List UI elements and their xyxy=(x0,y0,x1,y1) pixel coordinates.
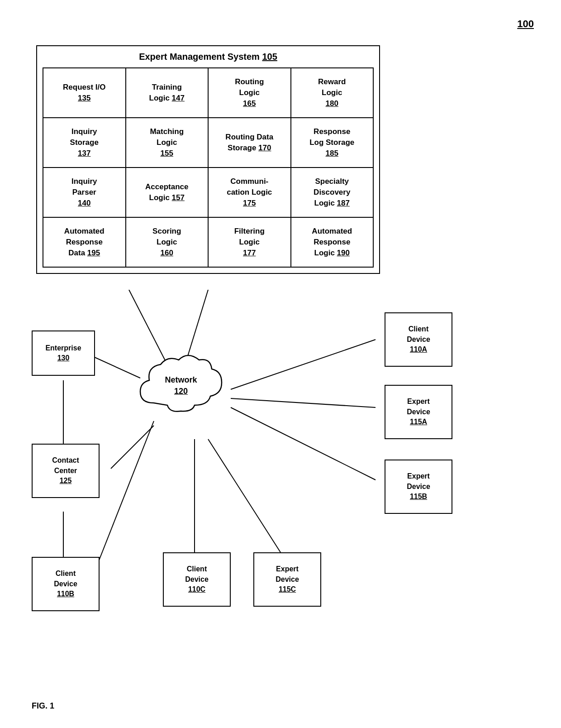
svg-line-4 xyxy=(111,426,154,469)
svg-line-6 xyxy=(231,340,376,389)
client-device-110a-box: ClientDevice110A xyxy=(385,312,452,367)
ems-cell-specialty-discovery: SpecialtyDiscoveryLogic 187 xyxy=(291,168,374,218)
ems-cell-filtering-logic: FilteringLogic177 xyxy=(209,218,291,268)
page-number: 100 xyxy=(517,18,534,30)
ems-cell-inquiry-storage: InquiryStorage137 xyxy=(43,118,126,168)
ems-cell-routing-data-storage: Routing DataStorage 170 xyxy=(209,118,291,168)
ems-cell-training-logic: TrainingLogic 147 xyxy=(126,68,209,118)
network-cloud: Network120 xyxy=(136,353,226,418)
client-device-110b-box: ClientDevice110B xyxy=(32,557,100,611)
ems-cell-matching-logic: MatchingLogic155 xyxy=(126,118,209,168)
ems-cell-routing-logic: RoutingLogic165 xyxy=(209,68,291,118)
ems-title-label: Expert Management System xyxy=(139,52,262,62)
expert-device-115c-box: ExpertDevice115C xyxy=(253,552,321,607)
svg-line-8 xyxy=(231,407,376,480)
svg-line-10 xyxy=(208,439,280,552)
svg-line-11 xyxy=(95,421,154,570)
expert-device-115b-box: ExpertDevice115B xyxy=(385,460,452,514)
fig-label: FIG. 1 xyxy=(32,701,54,711)
svg-line-2 xyxy=(90,355,140,378)
diagram-area: Enterprise130 ContactCenter125 ClientDev… xyxy=(0,290,561,724)
client-device-110c-box: ClientDevice110C xyxy=(163,552,231,607)
ems-cell-automated-response-data: AutomatedResponseData 195 xyxy=(43,218,126,268)
ems-grid: Request I/O135 TrainingLogic 147 Routing… xyxy=(43,67,374,268)
ems-cell-acceptance-logic: AcceptanceLogic 157 xyxy=(126,168,209,218)
ems-container: Expert Management System 105 Request I/O… xyxy=(36,45,380,274)
ems-cell-response-log-storage: ResponseLog Storage185 xyxy=(291,118,374,168)
ems-title: Expert Management System 105 xyxy=(43,52,374,62)
ems-cell-automated-response-logic: AutomatedResponseLogic 190 xyxy=(291,218,374,268)
cloud-svg xyxy=(136,353,226,417)
ems-cell-inquiry-parser: InquiryParser140 xyxy=(43,168,126,218)
ems-title-num: 105 xyxy=(262,52,277,62)
ems-cell-reward-logic: RewardLogic180 xyxy=(291,68,374,118)
contact-center-box: ContactCenter125 xyxy=(32,444,100,498)
ems-cell-request-io: Request I/O135 xyxy=(43,68,126,118)
svg-line-7 xyxy=(231,398,376,407)
expert-device-115a-box: ExpertDevice115A xyxy=(385,385,452,439)
enterprise-box: Enterprise130 xyxy=(32,330,95,376)
ems-cell-communication-logic: Communi-cation Logic175 xyxy=(209,168,291,218)
ems-cell-scoring-logic: ScoringLogic160 xyxy=(126,218,209,268)
